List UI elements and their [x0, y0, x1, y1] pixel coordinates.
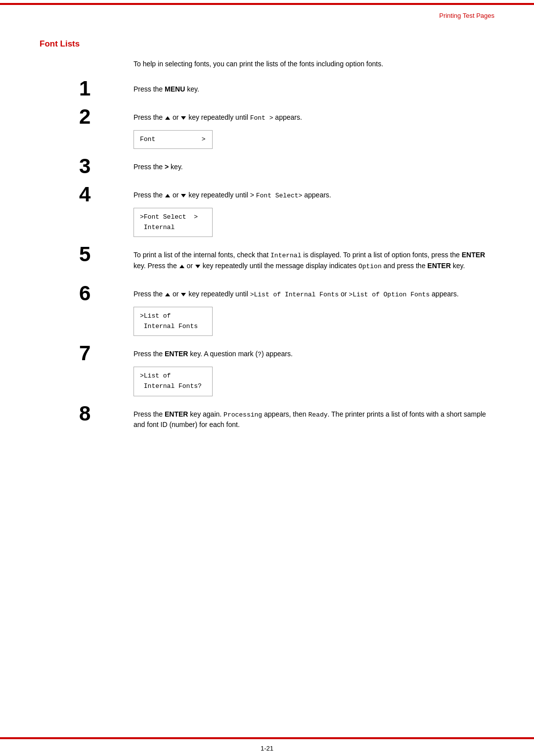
step-4-code-box: >Font Select > Internal — [134, 208, 213, 237]
step-6-inline-code2: >List of Option Fonts — [349, 291, 430, 298]
step-1: 1 Press the MENU key. — [79, 80, 494, 99]
step-6-code-box: >List of Internal Fonts — [134, 307, 213, 336]
step-7-inline-code: ? — [258, 351, 262, 358]
step-4-text: Press the or key repeatedly until > Font… — [134, 190, 494, 201]
section-title: Font Lists — [40, 39, 494, 49]
arrow-down-icon-5 — [195, 265, 200, 268]
step-1-text: Press the MENU key. — [134, 84, 494, 94]
arrow-up-icon-4 — [165, 194, 170, 197]
step-number-7: 7 — [79, 343, 134, 364]
step-6-text: Press the or key repeatedly until >List … — [134, 289, 494, 300]
step-7-text: Press the ENTER key. A question mark (?)… — [134, 349, 494, 360]
step-6: 6 Press the or key repeatedly until >Lis… — [79, 285, 494, 336]
step-number-2: 2 — [79, 106, 134, 127]
step-3-content: Press the > key. — [134, 158, 494, 177]
step-6-content: Press the or key repeatedly until >List … — [134, 285, 494, 336]
step-8-text: Press the ENTER key again. Processing ap… — [134, 409, 494, 430]
arrow-up-icon — [165, 116, 170, 120]
top-border — [0, 3, 534, 5]
page-number: 1-21 — [261, 745, 273, 752]
step-7-content: Press the ENTER key. A question mark (?)… — [134, 345, 494, 396]
step-5-inline-code1: Internal — [270, 252, 301, 259]
step-1-content: Press the MENU key. — [134, 80, 494, 99]
step-4-content: Press the or key repeatedly until > Font… — [134, 186, 494, 237]
step-2-inline-code: Font > — [250, 114, 273, 122]
step-number-1: 1 — [79, 78, 134, 99]
bottom-border — [0, 737, 534, 739]
step-5-content: To print a list of the internal fonts, c… — [134, 246, 494, 276]
step-8-inline-code1: Processing — [223, 411, 262, 419]
step-8-inline-code2: Ready — [309, 411, 328, 419]
step-3: 3 Press the > key. — [79, 158, 494, 177]
step-5-text: To print a list of the internal fonts, c… — [134, 250, 494, 271]
step-number-5: 5 — [79, 244, 134, 265]
step-2: 2 Press the or key repeatedly until Font… — [79, 108, 494, 149]
step-2-content: Press the or key repeatedly until Font >… — [134, 108, 494, 149]
step-number-4: 4 — [79, 184, 134, 205]
step-number-3: 3 — [79, 156, 134, 177]
step-2-code-box: Font > — [134, 130, 213, 149]
step-8-content: Press the ENTER key again. Processing ap… — [134, 405, 494, 435]
step-7-code-box: >List of Internal Fonts? — [134, 367, 213, 396]
step-5-inline-code2: Option — [358, 263, 382, 270]
arrow-down-icon — [181, 116, 186, 120]
steps-container: 1 Press the MENU key. 2 Press the or key… — [79, 80, 494, 435]
step-number-8: 8 — [79, 403, 134, 424]
arrow-up-icon-5 — [179, 265, 184, 268]
step-3-text: Press the > key. — [134, 162, 494, 172]
step-6-inline-code1: >List of Internal Fonts — [250, 291, 339, 298]
step-number-6: 6 — [79, 283, 134, 304]
header-area: Printing Test Pages — [0, 3, 534, 19]
arrow-down-icon-4 — [181, 194, 186, 197]
intro-text: To help in selecting fonts, you can prin… — [134, 59, 494, 69]
page-footer: 1-21 — [0, 745, 534, 752]
step-2-text: Press the or key repeatedly until Font >… — [134, 112, 494, 123]
header-right-text: Printing Test Pages — [439, 12, 494, 19]
page-container: Printing Test Pages Font Lists To help i… — [0, 3, 534, 756]
step-7: 7 Press the ENTER key. A question mark (… — [79, 345, 494, 396]
arrow-down-icon-6 — [181, 293, 186, 296]
step-5: 5 To print a list of the internal fonts,… — [79, 246, 494, 276]
step-4: 4 Press the or key repeatedly until > Fo… — [79, 186, 494, 237]
arrow-up-icon-6 — [165, 293, 170, 296]
step-8: 8 Press the ENTER key again. Processing … — [79, 405, 494, 435]
step-4-inline-code: Font Select> — [256, 192, 303, 199]
content-area: Font Lists To help in selecting fonts, y… — [0, 19, 534, 473]
